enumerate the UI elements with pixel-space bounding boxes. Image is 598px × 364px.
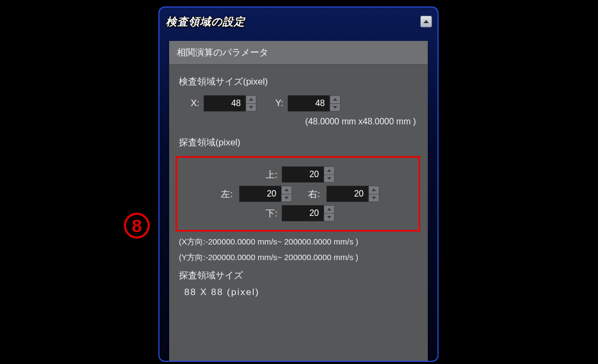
search-bottom-row: 下:	[184, 205, 412, 221]
top-step-down[interactable]	[324, 174, 335, 183]
top-step-up[interactable]	[324, 166, 335, 174]
search-size-heading: 探査領域サイズ	[179, 269, 418, 282]
chevron-down-icon	[284, 197, 289, 199]
y-spinner	[288, 95, 340, 111]
chevron-up-icon	[333, 98, 337, 101]
callout-label: 8	[132, 215, 142, 236]
y-range-text: (Y方向:-200000.0000 mm/s~ 200000.0000 mm/s…	[179, 253, 418, 263]
inspection-mm-note: (48.0000 mm x48.0000 mm )	[179, 117, 418, 127]
bottom-spinner	[282, 205, 335, 221]
panel-title: 検査領域の設定	[166, 15, 245, 29]
x-input[interactable]	[204, 95, 246, 111]
inspection-size-heading: 検査領域サイズ(pixel)	[179, 75, 418, 88]
right-label: 右:	[304, 188, 320, 200]
left-spinner	[239, 186, 292, 202]
top-label: 上:	[261, 169, 277, 181]
y-label: Y:	[266, 98, 283, 109]
chevron-up-icon	[249, 98, 253, 101]
collapse-button[interactable]	[420, 16, 432, 27]
top-input[interactable]	[282, 166, 324, 183]
callout-marker-8: 8	[124, 213, 150, 239]
chevron-down-icon	[372, 197, 376, 199]
chevron-up-icon	[423, 20, 429, 23]
x-label: X:	[182, 98, 199, 109]
bottom-label: 下:	[261, 207, 277, 220]
section-content: 検査領域サイズ(pixel) X: Y:	[169, 65, 428, 301]
x-step-down[interactable]	[246, 103, 256, 112]
y-step-down[interactable]	[330, 103, 340, 112]
chevron-down-icon	[327, 216, 331, 219]
chevron-up-icon	[372, 188, 376, 191]
y-step-up[interactable]	[330, 95, 340, 103]
search-area-highlight: 上: 左:	[176, 156, 420, 232]
search-top-row: 上:	[184, 166, 412, 183]
chevron-down-icon	[333, 106, 337, 109]
search-area-heading: 探査領域(pixel)	[179, 136, 418, 149]
right-step-down[interactable]	[368, 194, 379, 202]
chevron-down-icon	[327, 177, 331, 180]
panel-header: 検査領域の設定	[159, 8, 437, 31]
top-spinner	[282, 166, 335, 183]
right-step-up[interactable]	[368, 186, 379, 194]
bottom-step-up[interactable]	[324, 205, 335, 213]
inspection-size-row: X: Y:	[182, 95, 418, 111]
left-label: 左:	[217, 188, 233, 200]
search-mid-row: 左: 右:	[184, 186, 412, 202]
y-input[interactable]	[288, 95, 330, 111]
left-step-down[interactable]	[281, 194, 292, 202]
chevron-up-icon	[327, 169, 331, 172]
chevron-up-icon	[327, 208, 331, 211]
left-input[interactable]	[239, 186, 281, 202]
right-spinner	[326, 186, 379, 202]
bottom-step-down[interactable]	[324, 213, 335, 222]
settings-panel: 検査領域の設定 相関演算のパラメータ 検査領域サイズ(pixel) X:	[158, 6, 439, 362]
left-step-up[interactable]	[281, 186, 292, 194]
x-range-text: (X方向:-200000.0000 mm/s~ 200000.0000 mm/s…	[179, 237, 418, 247]
x-spinner	[204, 95, 256, 111]
bottom-input[interactable]	[282, 205, 324, 221]
search-size-value: 88 X 88 (pixel)	[184, 287, 418, 298]
section-header: 相関演算のパラメータ	[169, 41, 428, 65]
chevron-down-icon	[249, 106, 253, 109]
panel-body: 相関演算のパラメータ 検査領域サイズ(pixel) X: Y:	[169, 41, 428, 361]
right-input[interactable]	[326, 186, 368, 202]
chevron-up-icon	[284, 188, 289, 191]
x-step-up[interactable]	[246, 95, 256, 103]
